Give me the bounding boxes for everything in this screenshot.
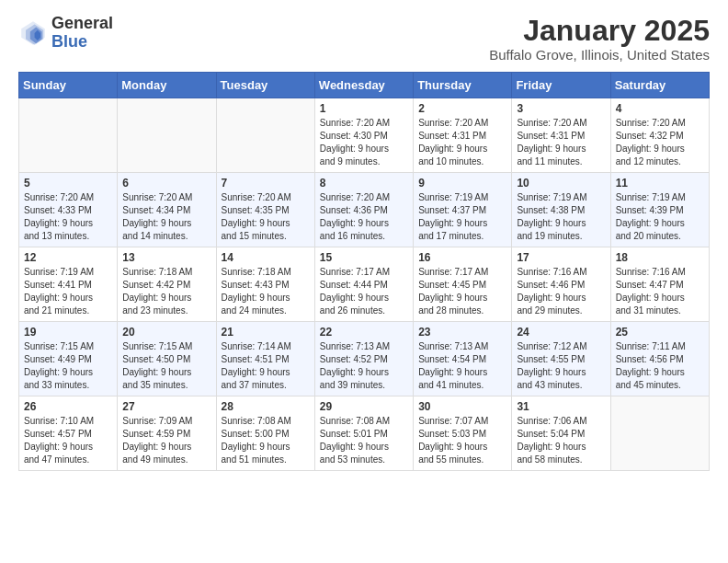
day-info: Sunrise: 7:20 AM Sunset: 4:31 PM Dayligh… (517, 117, 605, 168)
day-number: 23 (418, 326, 506, 339)
calendar-table: Sunday Monday Tuesday Wednesday Thursday… (18, 72, 710, 471)
table-row: 13Sunrise: 7:18 AM Sunset: 4:42 PM Dayli… (118, 247, 216, 322)
col-saturday: Saturday (610, 73, 709, 98)
day-info: Sunrise: 7:20 AM Sunset: 4:35 PM Dayligh… (222, 191, 310, 243)
day-info: Sunrise: 7:12 AM Sunset: 4:55 PM Dayligh… (517, 340, 605, 392)
week-row-4: 19Sunrise: 7:15 AM Sunset: 4:49 PM Dayli… (19, 322, 710, 396)
table-row: 12Sunrise: 7:19 AM Sunset: 4:41 PM Dayli… (19, 247, 118, 322)
day-number: 9 (418, 177, 506, 190)
day-number: 6 (122, 177, 210, 190)
day-info: Sunrise: 7:20 AM Sunset: 4:32 PM Dayligh… (616, 117, 704, 168)
day-info: Sunrise: 7:07 AM Sunset: 5:03 PM Dayligh… (418, 415, 506, 466)
table-row: 14Sunrise: 7:18 AM Sunset: 4:43 PM Dayli… (216, 247, 314, 322)
day-number: 16 (418, 251, 506, 264)
table-row: 7Sunrise: 7:20 AM Sunset: 4:35 PM Daylig… (216, 173, 314, 247)
logo-blue: Blue (51, 32, 87, 51)
table-row: 25Sunrise: 7:11 AM Sunset: 4:56 PM Dayli… (610, 322, 709, 396)
day-number: 25 (616, 326, 704, 339)
day-number: 1 (320, 102, 408, 115)
day-info: Sunrise: 7:16 AM Sunset: 4:47 PM Dayligh… (616, 266, 704, 317)
day-number: 14 (222, 251, 310, 264)
table-row: 1Sunrise: 7:20 AM Sunset: 4:30 PM Daylig… (314, 98, 413, 173)
day-info: Sunrise: 7:11 AM Sunset: 4:56 PM Dayligh… (616, 340, 704, 392)
col-sunday: Sunday (19, 73, 118, 98)
day-number: 7 (222, 177, 310, 190)
table-row: 8Sunrise: 7:20 AM Sunset: 4:36 PM Daylig… (314, 173, 413, 247)
day-info: Sunrise: 7:20 AM Sunset: 4:36 PM Dayligh… (320, 191, 408, 243)
day-info: Sunrise: 7:20 AM Sunset: 4:34 PM Dayligh… (122, 191, 210, 243)
day-info: Sunrise: 7:20 AM Sunset: 4:30 PM Dayligh… (320, 117, 408, 168)
day-number: 21 (222, 326, 310, 339)
table-row: 15Sunrise: 7:17 AM Sunset: 4:44 PM Dayli… (314, 247, 413, 322)
week-row-1: 1Sunrise: 7:20 AM Sunset: 4:30 PM Daylig… (19, 98, 710, 173)
day-number: 8 (320, 177, 408, 190)
day-info: Sunrise: 7:09 AM Sunset: 4:59 PM Dayligh… (122, 415, 210, 466)
day-info: Sunrise: 7:08 AM Sunset: 5:01 PM Dayligh… (320, 415, 408, 466)
table-row: 22Sunrise: 7:13 AM Sunset: 4:52 PM Dayli… (314, 322, 413, 396)
table-row: 16Sunrise: 7:17 AM Sunset: 4:45 PM Dayli… (414, 247, 512, 322)
col-monday: Monday (118, 73, 216, 98)
day-info: Sunrise: 7:06 AM Sunset: 5:04 PM Dayligh… (517, 415, 605, 466)
table-row: 29Sunrise: 7:08 AM Sunset: 5:01 PM Dayli… (314, 396, 413, 471)
table-row: 17Sunrise: 7:16 AM Sunset: 4:46 PM Dayli… (512, 247, 610, 322)
day-number: 30 (418, 400, 506, 413)
table-row: 5Sunrise: 7:20 AM Sunset: 4:33 PM Daylig… (19, 173, 118, 247)
day-number: 24 (517, 326, 605, 339)
table-row (216, 98, 314, 173)
header: General Blue January 2025 Buffalo Grove,… (18, 15, 710, 63)
col-tuesday: Tuesday (216, 73, 314, 98)
page: General Blue January 2025 Buffalo Grove,… (0, 0, 728, 486)
day-number: 27 (122, 400, 210, 413)
day-info: Sunrise: 7:19 AM Sunset: 4:41 PM Dayligh… (24, 266, 112, 317)
col-thursday: Thursday (414, 73, 512, 98)
day-number: 20 (122, 326, 210, 339)
day-number: 18 (616, 251, 704, 264)
table-row: 11Sunrise: 7:19 AM Sunset: 4:39 PM Dayli… (610, 173, 709, 247)
calendar-title: January 2025 (489, 15, 710, 47)
day-info: Sunrise: 7:15 AM Sunset: 4:49 PM Dayligh… (24, 340, 112, 392)
table-row: 6Sunrise: 7:20 AM Sunset: 4:34 PM Daylig… (118, 173, 216, 247)
table-row: 4Sunrise: 7:20 AM Sunset: 4:32 PM Daylig… (610, 98, 709, 173)
day-number: 3 (517, 102, 605, 115)
logo-text: General Blue (51, 15, 113, 52)
day-number: 2 (418, 102, 506, 115)
table-row: 18Sunrise: 7:16 AM Sunset: 4:47 PM Dayli… (610, 247, 709, 322)
week-row-3: 12Sunrise: 7:19 AM Sunset: 4:41 PM Dayli… (19, 247, 710, 322)
day-info: Sunrise: 7:08 AM Sunset: 5:00 PM Dayligh… (222, 415, 310, 466)
table-row: 23Sunrise: 7:13 AM Sunset: 4:54 PM Dayli… (414, 322, 512, 396)
table-row: 21Sunrise: 7:14 AM Sunset: 4:51 PM Dayli… (216, 322, 314, 396)
table-row: 24Sunrise: 7:12 AM Sunset: 4:55 PM Dayli… (512, 322, 610, 396)
table-row: 3Sunrise: 7:20 AM Sunset: 4:31 PM Daylig… (512, 98, 610, 173)
table-row: 26Sunrise: 7:10 AM Sunset: 4:57 PM Dayli… (19, 396, 118, 471)
table-row: 9Sunrise: 7:19 AM Sunset: 4:37 PM Daylig… (414, 173, 512, 247)
table-row: 20Sunrise: 7:15 AM Sunset: 4:50 PM Dayli… (118, 322, 216, 396)
table-row: 27Sunrise: 7:09 AM Sunset: 4:59 PM Dayli… (118, 396, 216, 471)
col-wednesday: Wednesday (314, 73, 413, 98)
day-number: 4 (616, 102, 704, 115)
day-info: Sunrise: 7:13 AM Sunset: 4:52 PM Dayligh… (320, 340, 408, 392)
day-number: 31 (517, 400, 605, 413)
day-info: Sunrise: 7:18 AM Sunset: 4:42 PM Dayligh… (122, 266, 210, 317)
table-row (610, 396, 709, 471)
day-info: Sunrise: 7:16 AM Sunset: 4:46 PM Dayligh… (517, 266, 605, 317)
day-info: Sunrise: 7:19 AM Sunset: 4:37 PM Dayligh… (418, 191, 506, 243)
day-info: Sunrise: 7:18 AM Sunset: 4:43 PM Dayligh… (222, 266, 310, 317)
table-row: 10Sunrise: 7:19 AM Sunset: 4:38 PM Dayli… (512, 173, 610, 247)
table-row: 28Sunrise: 7:08 AM Sunset: 5:00 PM Dayli… (216, 396, 314, 471)
table-row: 2Sunrise: 7:20 AM Sunset: 4:31 PM Daylig… (414, 98, 512, 173)
day-info: Sunrise: 7:17 AM Sunset: 4:44 PM Dayligh… (320, 266, 408, 317)
day-info: Sunrise: 7:19 AM Sunset: 4:39 PM Dayligh… (616, 191, 704, 243)
day-number: 26 (24, 400, 112, 413)
day-info: Sunrise: 7:17 AM Sunset: 4:45 PM Dayligh… (418, 266, 506, 317)
day-info: Sunrise: 7:20 AM Sunset: 4:33 PM Dayligh… (24, 191, 112, 243)
table-row (118, 98, 216, 173)
day-info: Sunrise: 7:20 AM Sunset: 4:31 PM Dayligh… (418, 117, 506, 168)
day-number: 5 (24, 177, 112, 190)
day-info: Sunrise: 7:10 AM Sunset: 4:57 PM Dayligh… (24, 415, 112, 466)
col-friday: Friday (512, 73, 610, 98)
day-number: 10 (517, 177, 605, 190)
day-info: Sunrise: 7:13 AM Sunset: 4:54 PM Dayligh… (418, 340, 506, 392)
day-number: 17 (517, 251, 605, 264)
day-number: 12 (24, 251, 112, 264)
table-row: 30Sunrise: 7:07 AM Sunset: 5:03 PM Dayli… (414, 396, 512, 471)
